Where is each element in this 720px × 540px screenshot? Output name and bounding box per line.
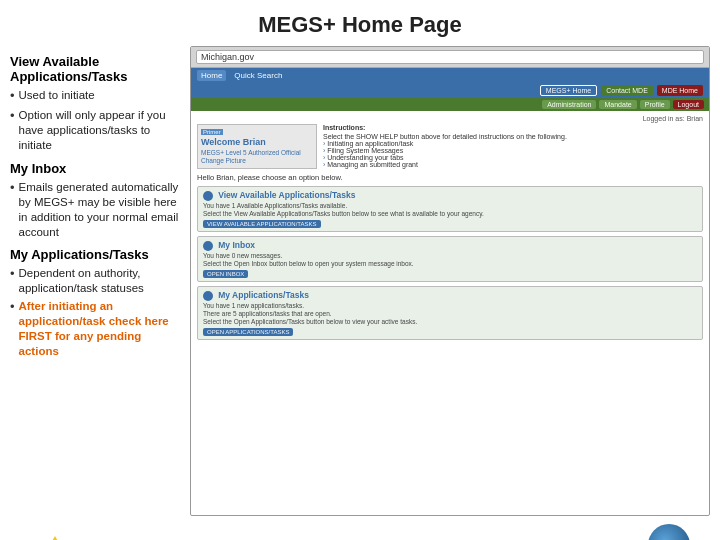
view-available-section: View Available Applications/Tasks You ha… [197, 186, 703, 232]
admin-btn-administration[interactable]: Administration [542, 100, 596, 109]
bullet-icon: • [10, 88, 15, 105]
nav-home[interactable]: Home [197, 70, 226, 81]
inbox-section-title: My Inbox [203, 240, 697, 251]
inbox-section-title-text: My Inbox [218, 240, 255, 250]
tasks-section-title-text: My Applications/Tasks [218, 290, 309, 300]
instruction-item: Understanding your tabs [323, 154, 567, 161]
instruction-item: Filing System Messages [323, 147, 567, 154]
tasks-section-text1: You have 1 new applications/tasks. [203, 302, 697, 309]
instructions-title: Instructions: [323, 124, 567, 131]
instruction-item: Initiating an application/task [323, 140, 567, 147]
bullet-text: Emails generated automatically by MEGS+ … [19, 180, 180, 240]
browser-topbar: Michigan.gov [191, 47, 709, 68]
bullet-icon: • [10, 266, 15, 283]
browser-nav[interactable]: Home Quick Search [191, 68, 709, 83]
view-section-title: View Available Applications/Tasks [203, 190, 697, 201]
bullet-dependent: • Dependent on authority, application/ta… [10, 266, 180, 296]
welcome-box: Primer Welcome Brian MEGS+ Level 5 Autho… [197, 124, 703, 169]
warning-triangle-icon [35, 536, 75, 540]
tasks-section-text2: There are 5 applications/tasks that are … [203, 310, 697, 317]
inbox-section-text1: You have 0 new messages. [203, 252, 697, 259]
page-title: MEGS+ Home Page [0, 0, 720, 46]
instructions-list: Initiating an application/task Filing Sy… [323, 140, 567, 168]
bullet-used-to-initiate: • Used to initiate [10, 88, 180, 105]
admin-btn-logout[interactable]: Logout [673, 100, 704, 109]
open-tasks-button[interactable]: OPEN APPLICATIONS/TASKS [203, 328, 293, 336]
instruction-item: Managing an submitted grant [323, 161, 567, 168]
browser-address: Michigan.gov [196, 50, 704, 64]
bullet-icon: • [10, 180, 15, 197]
bullet-icon: • [10, 108, 15, 125]
primer-label: Primer [201, 129, 223, 135]
view-section-text1: You have 1 Available Applications/Tasks … [203, 202, 697, 209]
section-circle-icon [203, 191, 213, 201]
admin-btn-profile[interactable]: Profile [640, 100, 670, 109]
nav-quick-search[interactable]: Quick Search [230, 70, 286, 81]
site-header: MEGS+ Home Contact MDE MDE Home [191, 83, 709, 98]
tasks-section: My Applications/Tasks You have 1 new app… [197, 286, 703, 340]
section-heading-tasks: My Applications/Tasks [10, 247, 180, 262]
browser-body: Logged in as: Brian Primer Welcome Brian… [191, 111, 709, 515]
inbox-section-text2: Select the Open Inbox button below to op… [203, 260, 697, 267]
admin-btn-mandate[interactable]: Mandate [599, 100, 636, 109]
tasks-section-title: My Applications/Tasks [203, 290, 697, 301]
michigan-edu-logo: ★ ★ ★ MI MICHIGAN Education [648, 524, 690, 540]
bullet-text: Option will only appear if you have appl… [19, 108, 180, 153]
bullet-icon: • [10, 299, 15, 316]
admin-bar: Administration Mandate Profile Logout [191, 98, 709, 111]
section-circle-icon [203, 241, 213, 251]
bullet-option-only-appear: • Option will only appear if you have ap… [10, 108, 180, 153]
section-heading-view: View Available Applications/Tasks [10, 54, 180, 84]
section-heading-inbox: My Inbox [10, 161, 180, 176]
instructions-text: Select the SHOW HELP button above for de… [323, 133, 567, 140]
browser-panel: Michigan.gov Home Quick Search MEGS+ Hom… [190, 46, 710, 516]
welcome-left: Primer Welcome Brian MEGS+ Level 5 Autho… [197, 124, 317, 169]
hello-text: Hello Brian, please choose an option bel… [197, 173, 703, 182]
inbox-section: My Inbox You have 0 new messages. Select… [197, 236, 703, 282]
logo-circle: ★ ★ ★ MI [648, 524, 690, 540]
bullet-text-highlight: After initiating an application/task che… [19, 299, 180, 359]
bottom-area: 3 ★ ★ ★ MI MICHIGAN Education [0, 518, 720, 540]
open-inbox-button[interactable]: OPEN INBOX [203, 270, 248, 278]
tasks-section-text3: Select the Open Applications/Tasks butto… [203, 318, 697, 325]
bullet-text: Used to initiate [19, 88, 95, 103]
view-section-text2: Select the View Available Applications/T… [203, 210, 697, 217]
welcome-right: Instructions: Select the SHOW HELP butto… [323, 124, 567, 169]
view-section-title-text: View Available Applications/Tasks [218, 190, 355, 200]
bullet-highlight: • After initiating an application/task c… [10, 299, 180, 359]
bullet-text: Dependent on authority, application/task… [19, 266, 180, 296]
logged-in-text: Logged in as: Brian [197, 115, 703, 122]
site-nav-megs-home[interactable]: MEGS+ Home [540, 85, 597, 96]
welcome-subtitle: MEGS+ Level 5 Authorized Official [201, 149, 313, 156]
bullet-emails: • Emails generated automatically by MEGS… [10, 180, 180, 240]
welcome-title: Welcome Brian [201, 137, 313, 147]
site-nav-mde-home[interactable]: MDE Home [657, 85, 703, 96]
view-available-button[interactable]: VIEW AVAILABLE APPLICATION/TASKS [203, 220, 321, 228]
warning-icon-container [30, 536, 80, 540]
site-nav-contact-mde[interactable]: Contact MDE [601, 85, 653, 96]
section-circle-icon [203, 291, 213, 301]
change-picture-link[interactable]: Change Picture [201, 157, 313, 164]
left-panel: View Available Applications/Tasks • Used… [10, 46, 180, 516]
